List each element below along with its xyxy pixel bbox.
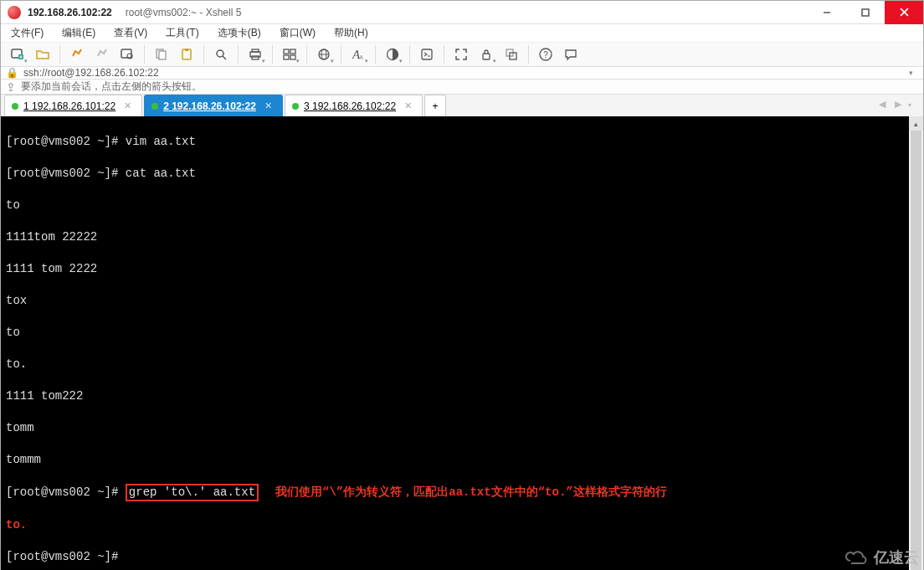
- svg-line-15: [223, 56, 226, 59]
- find-button[interactable]: [209, 43, 233, 66]
- lock-button[interactable]: ▾: [475, 43, 498, 66]
- svg-rect-1: [862, 9, 869, 16]
- menu-bar: 文件(F) 编辑(E) 查看(V) 工具(T) 选项卡(B) 窗口(W) 帮助(…: [1, 24, 923, 43]
- svg-rect-28: [483, 54, 490, 59]
- fullscreen-button[interactable]: [449, 43, 473, 66]
- menu-tabs[interactable]: 选项卡(B): [214, 24, 264, 42]
- address-dropdown[interactable]: ▾: [904, 69, 918, 77]
- hint-bar: ⇪ 要添加当前会话，点击左侧的箭头按钮。: [1, 80, 923, 95]
- hint-text: 要添加当前会话，点击左侧的箭头按钮。: [21, 80, 202, 94]
- disconnect-button[interactable]: [90, 43, 114, 66]
- highlighted-command: grep 'to\.' aa.txt: [126, 484, 259, 501]
- terminal-scrollbar[interactable]: ▴ ▾: [909, 116, 923, 570]
- menu-tools[interactable]: 工具(T): [162, 24, 202, 42]
- svg-rect-17: [252, 49, 259, 52]
- svg-rect-21: [284, 55, 289, 59]
- title-bar: 192.168.26.102:22 root@vms002:~ - Xshell…: [1, 1, 923, 24]
- app-icon: [8, 6, 21, 19]
- menu-window[interactable]: 窗口(W): [276, 24, 319, 42]
- help-button[interactable]: ?: [534, 43, 557, 66]
- add-session-arrow-icon[interactable]: ⇪: [6, 80, 16, 94]
- maximize-button[interactable]: [846, 1, 885, 24]
- svg-rect-11: [159, 51, 166, 59]
- scroll-up-button[interactable]: ▴: [909, 116, 923, 131]
- minimize-button[interactable]: [808, 1, 846, 24]
- menu-help[interactable]: 帮助(H): [331, 24, 372, 42]
- svg-rect-19: [284, 49, 289, 54]
- layout-button[interactable]: ▾: [278, 43, 301, 66]
- font-button[interactable]: AA▾: [346, 43, 370, 66]
- status-dot-icon: [292, 103, 299, 110]
- close-button[interactable]: [885, 1, 923, 24]
- scroll-thumb[interactable]: [911, 131, 921, 570]
- new-session-button[interactable]: ▾: [6, 43, 29, 66]
- color-scheme-button[interactable]: ▾: [381, 43, 404, 66]
- print-button[interactable]: ▾: [244, 43, 267, 66]
- toolbar: ▾ ▾ ▾ ▾ AA▾ ▾ ▾ ?: [1, 43, 923, 67]
- status-dot-icon: [151, 103, 158, 110]
- new-tab-button[interactable]: +: [424, 95, 446, 116]
- svg-rect-22: [290, 55, 295, 59]
- script-button[interactable]: [415, 43, 439, 66]
- status-dot-icon: [12, 103, 18, 110]
- address-bar: 🔒 ssh://root@192.168.26.102:22 ▾: [1, 67, 923, 80]
- close-tab-icon[interactable]: ✕: [264, 100, 272, 111]
- reconnect-button[interactable]: [65, 43, 89, 66]
- session-tab-2[interactable]: 2 192.168.26.102:22 ✕: [144, 95, 283, 116]
- terminal[interactable]: [root@vms002 ~]# vim aa.txt [root@vms002…: [1, 116, 909, 570]
- menu-file[interactable]: 文件(F): [8, 24, 47, 42]
- lock-icon: 🔒: [6, 67, 18, 79]
- svg-text:?: ?: [543, 50, 548, 59]
- paste-button[interactable]: [175, 43, 198, 66]
- feedback-button[interactable]: [559, 43, 583, 66]
- encoding-button[interactable]: ▾: [312, 43, 336, 66]
- transparency-button[interactable]: [500, 43, 523, 66]
- close-tab-icon[interactable]: ✕: [124, 100, 131, 111]
- session-title: 192.168.26.102:22: [28, 7, 112, 18]
- menu-edit[interactable]: 编辑(E): [59, 24, 99, 42]
- close-tab-icon[interactable]: ✕: [404, 100, 412, 111]
- annotation-text: 我们使用“\”作为转义符，匹配出aa.txt文件中的“to.”这样格式字符的行: [275, 485, 667, 501]
- open-session-button[interactable]: [31, 43, 54, 66]
- properties-button[interactable]: [116, 43, 139, 66]
- tab-nav-arrows[interactable]: ◀ ▶▾: [879, 99, 915, 110]
- svg-rect-20: [290, 49, 295, 54]
- session-tab-3[interactable]: 3 192.168.26.102:22 ✕: [285, 95, 423, 116]
- copy-button[interactable]: [150, 43, 173, 66]
- svg-rect-18: [252, 56, 259, 59]
- tab-bar: 1 192.168.26.101:22 ✕ 2 192.168.26.102:2…: [1, 95, 923, 116]
- app-title: root@vms002:~ - Xshell 5: [126, 7, 242, 18]
- menu-view[interactable]: 查看(V): [110, 24, 151, 42]
- session-url[interactable]: ssh://root@192.168.26.102:22: [23, 67, 904, 79]
- session-tab-1[interactable]: 1 192.168.26.101:22 ✕: [4, 95, 142, 116]
- grep-match: to.: [6, 518, 27, 531]
- svg-point-14: [217, 50, 223, 57]
- svg-rect-13: [185, 49, 188, 51]
